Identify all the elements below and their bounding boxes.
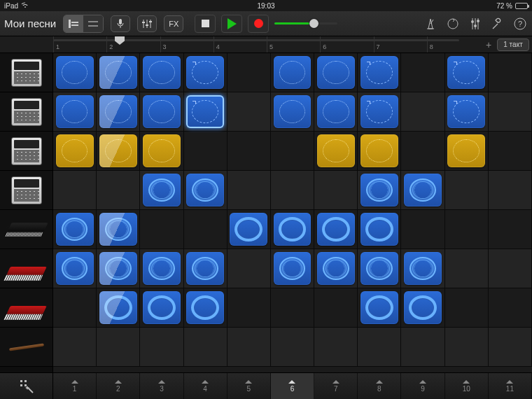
grid-cell[interactable] — [445, 210, 489, 249]
grid-cell[interactable] — [271, 132, 314, 171]
loop-cell[interactable] — [143, 56, 181, 89]
grid-cell[interactable] — [489, 249, 532, 288]
grid-cell[interactable] — [227, 132, 271, 171]
loop-cell[interactable] — [99, 134, 137, 167]
track-header[interactable] — [0, 210, 52, 249]
grid-cell[interactable] — [184, 132, 227, 171]
grid-cell[interactable] — [184, 328, 227, 367]
track-header[interactable] — [0, 132, 52, 171]
add-section-button[interactable]: + — [480, 39, 497, 50]
grid-cell[interactable] — [184, 53, 227, 92]
column-trigger[interactable]: 3 — [140, 373, 183, 399]
grid-cell[interactable] — [140, 53, 183, 92]
grid-cell[interactable] — [140, 132, 183, 171]
column-trigger[interactable]: 10 — [445, 373, 489, 399]
grid-cell[interactable] — [140, 92, 183, 132]
stop-button[interactable] — [195, 15, 216, 33]
grid-cell[interactable] — [53, 249, 97, 288]
grid-cell[interactable] — [97, 288, 140, 328]
grid-cell[interactable] — [489, 132, 532, 171]
loop-cell[interactable] — [404, 174, 442, 206]
grid-cell[interactable] — [97, 210, 140, 249]
grid-cell[interactable] — [271, 53, 314, 92]
grid-cell[interactable] — [97, 171, 140, 210]
grid-cell[interactable] — [358, 132, 401, 171]
grid-cell[interactable] — [140, 288, 183, 328]
track-header[interactable] — [0, 53, 52, 92]
loop-cell[interactable] — [143, 134, 181, 167]
grid-cell[interactable] — [314, 288, 358, 328]
loop-cell[interactable] — [56, 134, 94, 167]
grid-cell[interactable] — [358, 328, 401, 367]
volume-slider[interactable] — [274, 22, 337, 24]
grid-cell[interactable] — [358, 288, 401, 328]
loop-cell[interactable] — [99, 291, 137, 324]
grid-cell[interactable] — [401, 171, 444, 210]
view-mode-tracks[interactable] — [83, 15, 103, 32]
loop-cell[interactable] — [317, 252, 355, 285]
loop-cell[interactable] — [360, 174, 398, 206]
grid-cell[interactable] — [53, 210, 97, 249]
grid-cell[interactable] — [184, 92, 227, 132]
grid-cell[interactable] — [184, 171, 227, 210]
loop-cell[interactable] — [186, 291, 224, 324]
loop-cell[interactable] — [186, 252, 224, 285]
loop-cell[interactable] — [56, 252, 94, 285]
track-header[interactable] — [0, 92, 52, 132]
grid-cell[interactable] — [271, 328, 314, 367]
grid-cell[interactable] — [358, 249, 401, 288]
grid-cell[interactable] — [140, 210, 183, 249]
grid-cell[interactable] — [445, 132, 489, 171]
settings-wrench-icon[interactable] — [490, 16, 505, 31]
grid-cell[interactable] — [271, 171, 314, 210]
loop-cell[interactable] — [317, 134, 355, 167]
grid-cell[interactable] — [97, 132, 140, 171]
column-trigger[interactable]: 6 — [271, 373, 314, 399]
grid-cell[interactable] — [445, 92, 489, 132]
loop-cell[interactable] — [274, 56, 312, 89]
mixer-icon[interactable] — [137, 15, 157, 32]
grid-cell[interactable] — [358, 53, 401, 92]
grid-cell[interactable] — [53, 328, 97, 367]
grid-cell[interactable] — [445, 171, 489, 210]
column-trigger[interactable]: 5 — [227, 373, 271, 399]
grid-cell[interactable] — [314, 249, 358, 288]
grid-cell[interactable] — [445, 288, 489, 328]
loop-cell[interactable] — [143, 291, 181, 324]
loop-cell[interactable] — [447, 134, 485, 167]
grid-cell[interactable] — [401, 288, 444, 328]
grid-cell[interactable] — [53, 92, 97, 132]
play-button[interactable] — [221, 15, 242, 33]
grid-cell[interactable] — [314, 132, 358, 171]
grid-cell[interactable] — [227, 328, 271, 367]
loop-cell[interactable] — [143, 174, 181, 206]
grid-cell[interactable] — [314, 53, 358, 92]
loop-cell[interactable] — [447, 56, 485, 89]
column-trigger[interactable]: 2 — [97, 373, 140, 399]
grid-cell[interactable] — [227, 53, 271, 92]
loop-icon[interactable] — [445, 16, 461, 31]
loop-cell[interactable] — [274, 213, 312, 246]
track-header[interactable] — [0, 249, 52, 288]
column-trigger[interactable]: 4 — [184, 373, 227, 399]
grid-cell[interactable] — [271, 92, 314, 132]
fx-button[interactable]: FX — [164, 15, 183, 32]
grid-cell[interactable] — [314, 171, 358, 210]
column-trigger[interactable]: 8 — [358, 373, 401, 399]
grid-cell[interactable] — [489, 210, 532, 249]
grid-cell[interactable] — [53, 132, 97, 171]
grid-cell[interactable] — [53, 171, 97, 210]
grid-cell[interactable] — [227, 288, 271, 328]
grid-cell[interactable] — [314, 92, 358, 132]
grid-cell[interactable] — [358, 171, 401, 210]
loop-cell[interactable] — [274, 252, 312, 285]
grid-cell[interactable] — [53, 288, 97, 328]
grid-cell[interactable] — [358, 210, 401, 249]
grid-cell[interactable] — [445, 249, 489, 288]
column-trigger[interactable]: 9 — [401, 373, 444, 399]
loop-cell[interactable] — [404, 291, 442, 324]
grid-cell[interactable] — [97, 92, 140, 132]
loop-cell[interactable] — [186, 174, 224, 206]
grid-cell[interactable] — [97, 249, 140, 288]
loop-cell[interactable] — [143, 252, 181, 285]
